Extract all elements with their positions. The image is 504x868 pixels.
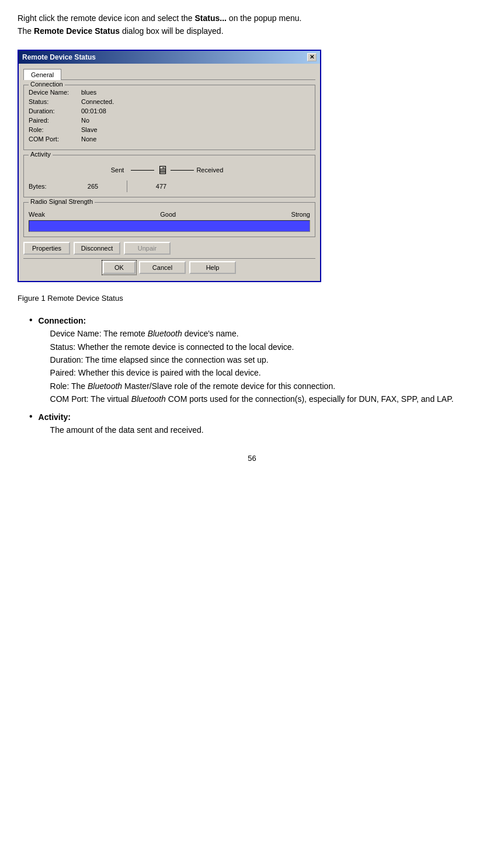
field-label: Duration: <box>29 107 81 114</box>
figure-caption: Figure 1 Remote Device Status <box>18 294 486 303</box>
bullet-content: Connection:Device Name: The remote Bluet… <box>39 314 486 406</box>
field-row: Paired:No <box>29 117 310 124</box>
signal-group: Radio Signal Strength Weak Good Strong <box>23 202 315 237</box>
field-value: 00:01:08 <box>81 107 106 114</box>
sent-label: Sent <box>111 166 124 173</box>
help-button[interactable]: Help <box>189 261 236 274</box>
intro-line2: The Remote Device Status dialog box will… <box>18 26 224 36</box>
bytes-sent: 265 <box>64 183 122 190</box>
connection-group-label: Connection <box>29 81 65 88</box>
computer-icon: 🖥 <box>157 164 168 177</box>
intro-line1: Right click the remote device icon and s… <box>18 13 301 23</box>
weak-label: Weak <box>29 211 45 218</box>
good-label: Good <box>160 211 176 218</box>
field-row: Device Name:blues <box>29 89 310 96</box>
bottom-button-row: OK Cancel Help <box>23 258 315 276</box>
field-label: Status: <box>29 98 81 105</box>
sent-line <box>131 170 154 171</box>
bytes-divider <box>127 180 127 192</box>
bullet-title: Activity: <box>39 412 71 422</box>
indent-block: The amount of the data sent and received… <box>50 423 486 436</box>
tab-general[interactable]: General <box>23 69 61 80</box>
bullet-sub-item: COM Port: The virtual Bluetooth COM port… <box>50 393 486 405</box>
signal-segment <box>29 221 42 231</box>
bullet-dot: • <box>29 314 33 325</box>
signal-segment <box>57 221 70 231</box>
fields-container: Device Name:bluesStatus:Connected.Durati… <box>29 89 310 143</box>
bullet-content: Activity:The amount of the data sent and… <box>39 411 486 437</box>
activity-header: Sent 🖥 Received <box>29 164 310 177</box>
ok-button[interactable]: OK <box>103 261 135 274</box>
properties-button[interactable]: Properties <box>23 242 70 255</box>
dialog-box: Remote Device Status ✕ General Connectio… <box>18 50 321 282</box>
signal-segment <box>169 221 182 231</box>
bullet-item: •Connection:Device Name: The remote Blue… <box>29 314 486 406</box>
field-row: Role:Slave <box>29 126 310 133</box>
field-value: None <box>81 136 96 143</box>
signal-segment <box>85 221 98 231</box>
received-label: Received <box>196 166 223 173</box>
signal-segment <box>183 221 196 231</box>
field-value: blues <box>81 89 96 96</box>
bullet-sub-item: Device Name: The remote Bluetooth device… <box>50 327 486 340</box>
bullet-dot: • <box>29 411 33 422</box>
bullet-sub-item: Duration: The time elapsed since the con… <box>50 353 486 366</box>
signal-segment <box>113 221 126 231</box>
signal-segment <box>71 221 84 231</box>
bullet-sub-item: Role: The Bluetooth Master/Slave role of… <box>50 380 486 393</box>
field-value: Connected. <box>81 98 114 105</box>
field-row: Duration:00:01:08 <box>29 107 310 114</box>
signal-bar-fill <box>29 221 310 231</box>
disconnect-button[interactable]: Disconnect <box>74 242 120 255</box>
connection-group: Connection Device Name:bluesStatus:Conne… <box>23 85 315 150</box>
field-value: No <box>81 117 89 124</box>
bullet-section: •Connection:Device Name: The remote Blue… <box>29 314 486 437</box>
field-row: COM Port:None <box>29 136 310 143</box>
signal-segment <box>197 221 210 231</box>
bytes-received: 477 <box>132 183 190 190</box>
dialog-container: Remote Device Status ✕ General Connectio… <box>18 50 486 282</box>
signal-segment <box>141 221 154 231</box>
bytes-label: Bytes: <box>29 183 64 190</box>
bullet-sub-item: The amount of the data sent and received… <box>50 423 486 436</box>
dialog-body: General Connection Device Name:bluesStat… <box>19 64 320 281</box>
strong-label: Strong <box>291 211 310 218</box>
signal-segment <box>127 221 140 231</box>
bullet-sub-item: Status: Whether the remote device is con… <box>50 341 486 353</box>
signal-labels: Weak Good Strong <box>29 211 310 218</box>
intro-paragraph: Right click the remote device icon and s… <box>18 12 486 38</box>
bullet-item: •Activity:The amount of the data sent an… <box>29 411 486 437</box>
tab-row: General <box>23 68 315 80</box>
signal-segment <box>99 221 112 231</box>
unpair-button[interactable]: Unpair <box>124 242 171 255</box>
signal-group-label: Radio Signal Strength <box>29 198 95 205</box>
field-label: COM Port: <box>29 136 81 143</box>
signal-segment <box>155 221 168 231</box>
received-line <box>171 170 194 171</box>
dialog-titlebar: Remote Device Status ✕ <box>19 51 320 64</box>
field-row: Status:Connected. <box>29 98 310 105</box>
bytes-row: Bytes: 265 477 <box>29 180 310 192</box>
signal-segment <box>43 221 56 231</box>
bullet-sub-item: Paired: Whether this device is paired wi… <box>50 366 486 379</box>
bullet-title: Connection: <box>39 316 86 325</box>
indent-block: Device Name: The remote Bluetooth device… <box>50 327 486 405</box>
field-label: Device Name: <box>29 89 81 96</box>
field-label: Paired: <box>29 117 81 124</box>
action-button-row: Properties Disconnect Unpair <box>23 242 315 255</box>
signal-bar-container <box>29 220 310 232</box>
field-value: Slave <box>81 126 98 133</box>
activity-group-label: Activity <box>29 151 53 158</box>
page-number: 56 <box>18 454 486 463</box>
field-label: Role: <box>29 126 81 133</box>
dialog-title: Remote Device Status <box>22 53 96 61</box>
cancel-button[interactable]: Cancel <box>139 261 186 274</box>
close-button[interactable]: ✕ <box>307 53 317 61</box>
activity-group: Activity Sent 🖥 Received Bytes: 265 477 <box>23 155 315 197</box>
